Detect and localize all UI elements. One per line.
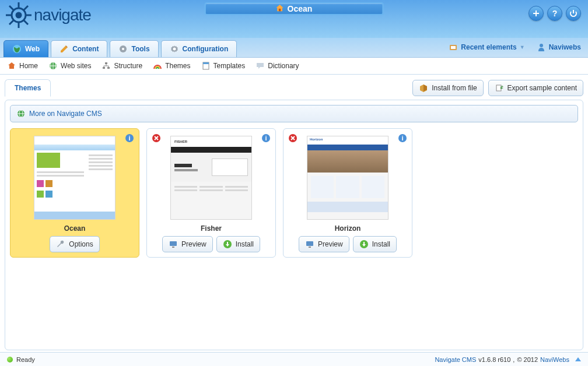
preview-label: Preview <box>318 240 343 248</box>
svg-line-9 <box>9 20 13 24</box>
subnav-websites[interactable]: Web sites <box>48 61 91 71</box>
info-bar-text: More on Navigate CMS <box>29 110 102 118</box>
globe-icon <box>16 109 26 118</box>
install-from-file-button[interactable]: Install from file <box>412 80 483 96</box>
install-button[interactable]: Install <box>353 236 397 252</box>
user-label: Naviwebs <box>549 43 581 51</box>
delete-icon[interactable] <box>152 133 161 143</box>
subnav-templates[interactable]: Templates <box>201 61 246 71</box>
tab-tools[interactable]: Tools <box>110 40 158 57</box>
svg-rect-39 <box>306 241 313 246</box>
recent-elements-label: Recent elements <box>461 43 516 51</box>
home-icon <box>7 61 16 71</box>
theme-card-fisher: i FISHER Fisher <box>146 128 276 258</box>
svg-text:i: i <box>128 135 130 142</box>
product-link[interactable]: Navigate CMS <box>435 356 476 363</box>
theme-card-ocean: i <box>10 128 139 258</box>
svg-text:i: i <box>401 135 403 142</box>
install-label: Install <box>236 240 254 248</box>
svg-point-13 <box>122 48 124 50</box>
subnav-themes[interactable]: Themes <box>153 61 190 71</box>
tab-content-label: Content <box>72 45 99 53</box>
site-selector[interactable]: Ocean <box>205 2 384 15</box>
subnav-home[interactable]: Home <box>7 61 38 71</box>
clock-icon <box>449 43 458 52</box>
tab-configuration[interactable]: Configuration <box>161 40 237 57</box>
svg-rect-33 <box>170 241 177 246</box>
download-icon <box>359 240 369 249</box>
svg-line-6 <box>9 6 13 10</box>
options-button[interactable]: Options <box>50 236 99 252</box>
wrench-icon <box>56 240 65 249</box>
status-bar: Ready Navigate CMS v1.6.8 r610, © 2012 N… <box>0 352 588 366</box>
theme-thumbnail: Horizon <box>307 136 388 220</box>
tab-config-label: Configuration <box>183 45 229 53</box>
svg-rect-10 <box>279 8 281 10</box>
logo-text: navigate <box>34 6 91 24</box>
preview-button[interactable]: Preview <box>162 236 213 252</box>
tab-content[interactable]: Content <box>51 40 107 57</box>
recent-elements-menu[interactable]: Recent elements ▼ <box>449 43 524 52</box>
preview-button[interactable]: Preview <box>299 236 349 252</box>
svg-rect-24 <box>496 85 501 91</box>
delete-icon[interactable] <box>288 133 298 143</box>
tab-tools-label: Tools <box>131 45 149 53</box>
svg-rect-16 <box>451 46 456 49</box>
export-sample-label: Export sample content <box>508 84 577 92</box>
rainbow-icon <box>153 61 162 71</box>
install-from-file-label: Install from file <box>432 84 477 92</box>
info-icon[interactable]: i <box>398 133 407 143</box>
svg-point-14 <box>173 48 176 51</box>
svg-point-1 <box>16 13 21 17</box>
logo-wheel-icon <box>5 1 33 29</box>
subnav-structure[interactable]: Structure <box>102 61 142 71</box>
home-icon <box>276 4 284 14</box>
svg-line-7 <box>24 20 28 24</box>
speech-icon <box>256 61 265 71</box>
theme-name: Fisher <box>152 224 271 233</box>
globe-icon <box>48 61 58 71</box>
svg-rect-34 <box>172 247 174 248</box>
scroll-top-icon[interactable] <box>575 357 581 361</box>
subnav-themes-label: Themes <box>165 62 190 70</box>
tab-web-label: Web <box>25 45 40 53</box>
site-name: Ocean <box>288 4 313 13</box>
sitemap-icon <box>102 61 111 71</box>
theme-card-horizon: i Horizon Horizon Preview <box>283 128 412 258</box>
info-icon[interactable]: i <box>125 133 134 143</box>
theme-thumbnail: FISHER <box>170 136 252 220</box>
monitor-icon <box>169 240 178 249</box>
theme-name: Ocean <box>15 224 134 233</box>
install-label: Install <box>372 240 390 248</box>
power-button[interactable] <box>566 6 581 21</box>
export-sample-button[interactable]: Export sample content <box>488 80 583 96</box>
preview-label: Preview <box>181 240 206 248</box>
install-button[interactable]: Install <box>216 236 260 252</box>
copyright-text: © 2012 <box>517 356 538 363</box>
export-icon <box>495 83 504 93</box>
download-icon <box>223 240 232 249</box>
svg-rect-20 <box>103 67 105 69</box>
version-text: v1.6.8 r610 <box>478 356 510 363</box>
info-icon[interactable]: i <box>261 133 271 143</box>
add-button[interactable] <box>528 6 544 21</box>
subnav-templates-label: Templates <box>214 62 246 70</box>
package-icon <box>419 83 428 93</box>
subnav-websites-label: Web sites <box>61 62 91 70</box>
theme-name: Horizon <box>288 224 407 233</box>
tab-web[interactable]: Web <box>4 40 48 57</box>
user-menu[interactable]: Naviwebs <box>537 43 581 52</box>
company-link[interactable]: NaviWebs <box>540 356 569 363</box>
cog-icon <box>170 44 179 54</box>
more-on-navigate-link[interactable]: More on Navigate CMS <box>10 105 578 122</box>
svg-rect-21 <box>107 67 110 69</box>
gear-icon <box>118 44 128 54</box>
section-title: Themes <box>5 79 51 97</box>
pencil-icon <box>60 44 69 54</box>
help-button[interactable]: ? <box>547 6 562 21</box>
subnav-dictionary[interactable]: Dictionary <box>256 61 299 71</box>
options-label: Options <box>69 240 93 248</box>
svg-line-8 <box>24 6 28 10</box>
logo[interactable]: navigate <box>5 1 91 29</box>
svg-rect-23 <box>203 62 209 64</box>
